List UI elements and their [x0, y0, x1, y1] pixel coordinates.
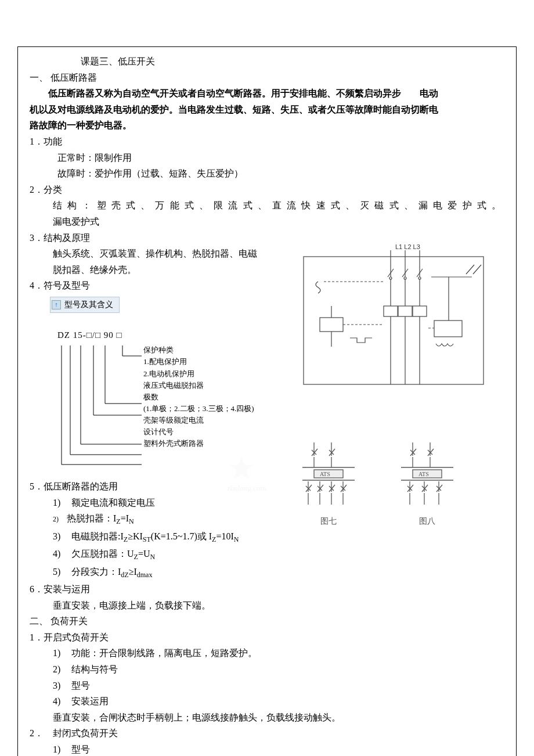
- s2-1-4: 4)安装运用: [53, 694, 504, 709]
- item-3a: 触头系统、灭弧装置、操作机构、热脱扣器、电磁: [53, 246, 282, 261]
- label-plastic-shell: 塑料外壳式断路器: [143, 438, 254, 449]
- s2-1-1: 1)功能：开合限制线路，隔离电压，短路爱护。: [53, 646, 504, 661]
- label-hydraulic: 液压式电磁脱扣器: [143, 380, 254, 391]
- item-2: 2．分类: [30, 182, 504, 197]
- item-5-3: 3)电磁脱扣器:IZ≥KIST(K=1.5~1.7)或 IZ=10IN: [53, 529, 282, 545]
- item-4: 4．符号及型号: [30, 278, 282, 293]
- bracket-labels: 保护种类 1.配电保护用 2.电动机保护用 液压式电磁脱扣器 极数 (1.单极；…: [143, 344, 254, 449]
- item-6: 6．安装与运用: [30, 582, 282, 597]
- section-2-heading: 二、 负荷开关: [30, 614, 504, 629]
- item-6a: 垂直安装，电源接上端，负载接下端。: [53, 598, 282, 613]
- breaker-circuit-icon: L1 L2 L3: [286, 242, 495, 393]
- ats-symbol-2-icon: ATS: [395, 440, 459, 515]
- item-5-2: 2)热脱扣器：IZ=IN: [53, 511, 282, 527]
- right-column: L1 L2 L3: [282, 231, 504, 614]
- ats-symbol-1-icon: ATS: [297, 440, 360, 515]
- s2-1-3: 3)型号: [53, 678, 504, 693]
- left-column: 3．结构及原理 触头系统、灭弧装置、操作机构、热脱扣器、电磁 脱扣器、绝缘外壳。…: [30, 231, 282, 614]
- svg-text:L1 L2 L3: L1 L2 L3: [395, 243, 420, 250]
- item-3b: 脱扣器、绝缘外壳。: [53, 262, 282, 278]
- page-frame: 课题三、低压开关 一、 低压断路器 低压断路器又称为自动空气开关或者自动空气断路…: [17, 46, 517, 756]
- intro-line-1: 低压断路器又称为自动空气开关或者自动空气断路器。用于安排电能、不频繁启动异步 电…: [30, 86, 504, 101]
- lesson-title: 课题三、低压开关: [30, 54, 504, 69]
- model-code-diagram: DZ 15-□/□ 90 □ 保护种类 1.配电保护用 2.电动机保护用: [57, 328, 282, 473]
- label-poles-detail: (1.单极；2.二极；3.三极；4.四极): [143, 403, 254, 415]
- item-2a: 结构：塑壳式、万能式、限流式、直流快速式、灭磁式、漏电爱护式。: [53, 198, 504, 213]
- label-protect-2: 2.电动机保护用: [143, 368, 254, 380]
- item-2b: 漏电爱护式: [53, 214, 504, 229]
- svg-text:ATS: ATS: [418, 471, 429, 477]
- label-frame-current: 壳架等级额定电流: [143, 415, 254, 426]
- model-code-text: DZ 15-□/□ 90 □: [57, 328, 282, 342]
- s2-1-note: 垂直安装，合闸状态时手柄朝上；电源线接静触头，负载线接动触头。: [53, 710, 504, 725]
- bracket-lines-icon: [57, 345, 145, 473]
- s2-1-2: 2)结构与符号: [53, 662, 504, 677]
- svg-rect-24: [398, 306, 412, 316]
- symbol-8: ATS 图八: [395, 440, 459, 528]
- up-arrow-icon: ↑: [52, 300, 61, 309]
- intro-line-3: 路故障的一种爱护电器。: [30, 118, 504, 133]
- svg-rect-33: [434, 321, 462, 337]
- label-protect-type: 保护种类: [143, 344, 254, 356]
- item-5-4: 4)欠压脱扣器：UZ=UN: [53, 546, 282, 563]
- svg-text:ATS: ATS: [320, 471, 330, 477]
- s2-item-1: 1．开启式负荷开关: [30, 630, 504, 645]
- symbol-row: ATS 图七: [286, 440, 504, 528]
- svg-point-19: [418, 277, 421, 279]
- badge-label: 型号及其含义: [64, 298, 113, 311]
- label-poles: 极数: [143, 391, 254, 403]
- svg-point-17: [389, 277, 392, 279]
- item-5-1: 1)额定电流和额定电压: [53, 495, 282, 510]
- svg-point-18: [404, 277, 406, 279]
- item-5-5: 5)分段实力：IdZ≥Idmax: [53, 564, 282, 581]
- model-meaning-badge: ↑ 型号及其含义: [50, 297, 120, 313]
- svg-rect-30: [320, 318, 343, 332]
- s2-item-2: 2． 封闭式负荷开关: [30, 726, 504, 741]
- s2-2-1: 1)型号: [53, 742, 504, 756]
- symbol-7-label: 图七: [297, 515, 360, 528]
- item-5: 5．低压断路器的选用: [30, 479, 282, 494]
- circuit-diagram: L1 L2 L3: [286, 242, 504, 393]
- item-1b: 故障时：爱护作用（过载、短路、失压爱护）: [57, 166, 504, 181]
- svg-rect-23: [384, 306, 398, 316]
- item-1a: 正常时：限制作用: [57, 150, 504, 165]
- symbol-8-label: 图八: [395, 515, 459, 528]
- item-1: 1．功能: [30, 134, 504, 149]
- item-3: 3．结构及原理: [30, 231, 282, 246]
- label-design-code: 设计代号: [143, 426, 254, 438]
- svg-rect-25: [413, 306, 427, 316]
- label-protect-1: 1.配电保护用: [143, 356, 254, 368]
- intro-line-2: 机以及对电源线路及电动机的爱护。当电路发生过载、短路、失压、或者欠压等故障时能自…: [30, 102, 504, 117]
- section-1-heading: 一、 低压断路器: [30, 70, 504, 85]
- symbol-7: ATS 图七: [297, 440, 360, 528]
